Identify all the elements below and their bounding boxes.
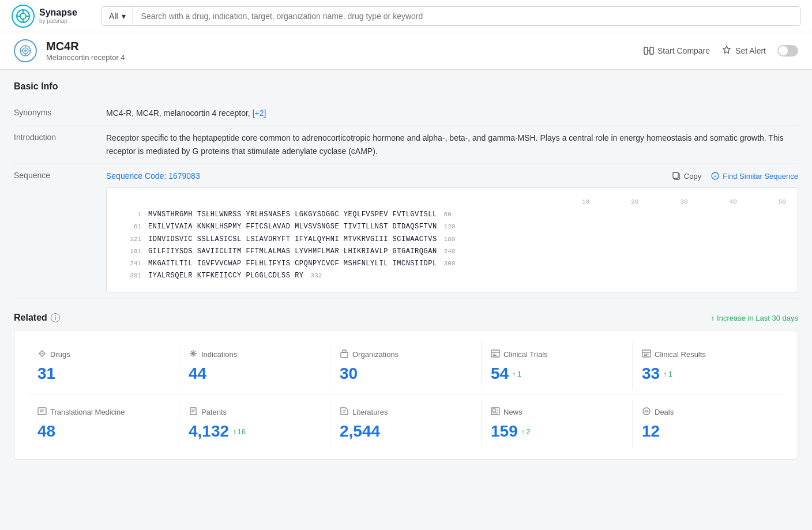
literatures-header: Literatures [340,407,472,418]
logo-subtitle: by patsnap [39,18,77,24]
logo-text: Synapse by patsnap [39,7,77,24]
logo-svg [16,9,31,24]
increase-label: ↑ Increase in Last 30 days [711,314,798,322]
related-grid-row1: Drugs 31 Indications 44 [28,342,784,390]
introduction-label: Introduction [14,131,106,142]
translational-count: 48 [37,422,170,441]
logo: Synapse by patsnap [12,5,92,28]
news-increase: ↑ 2 [521,427,531,436]
related-item-drugs[interactable]: Drugs 31 [28,342,179,390]
related-item-organizations[interactable]: Organizations 30 [330,342,482,390]
up-arrow-icon-3: ↑ [232,427,236,436]
svg-point-1 [20,13,26,19]
seq-line-4: 181 GILFIIYSDS SAVIICLITM FFTMLALMAS LYV… [118,246,786,257]
indications-header: Indications [189,349,321,360]
sequence-label: Sequence [14,170,106,180]
basic-info-title: Basic Info [14,81,798,92]
sequence-actions: Copy + Find Similar Sequence [672,171,798,181]
app-header: Synapse by patsnap All ▾ [0,0,812,32]
patents-count: 4,132 ↑ 16 [189,422,321,441]
organizations-count-value: 30 [340,364,358,383]
search-type-select[interactable]: All ▾ [102,7,133,25]
related-card: Drugs 31 Indications 44 [14,330,798,460]
translational-header: Translational Medicine [37,407,170,418]
set-alert-button[interactable]: Set Alert [721,46,766,56]
related-item-clinical-results[interactable]: Clinical Results 33 ↑ 1 [633,342,784,390]
related-title-text: Related [14,313,47,323]
seq-line-6: 301 IYALRSQELR KTFKEIICCY PLGGLCDLSS RY … [118,270,786,281]
sequence-box: 10 20 30 40 50 1 MVNSTHRGMH TSLHLWNRSS Y… [106,187,798,293]
seq-line-5: 241 MKGAITLTIL IGVFVVCWAP FFLHLIFYIS CPQ… [118,258,786,269]
start-compare-button[interactable]: Start Compare [644,46,710,56]
svg-rect-17 [673,172,678,178]
compare-icon [644,46,654,56]
seq-line-2: 61 ENILVIVAIA KNKNLHSPMY FFICSLAVAD MLVS… [118,221,786,232]
deals-count-value: 12 [642,422,660,441]
seq-line-1: 1 MVNSTHRGMH TSLHLWNRSS YRLHSNASES LGKGY… [118,209,786,220]
copy-button[interactable]: Copy [672,171,701,181]
synonyms-value: MC4-R, MC4R, melanocortin 4 receptor, [+… [106,107,798,119]
toggle-knob [779,46,788,55]
related-item-translational[interactable]: Translational Medicine 48 [28,400,179,448]
clinical-results-count: 33 ↑ 1 [642,364,775,383]
seq-ruler: 10 20 30 40 50 [118,197,786,208]
organizations-count: 30 [340,364,472,383]
related-info-icon[interactable]: i [51,313,60,322]
target-icon [19,44,32,57]
related-section: Related i ↑ Increase in Last 30 days Dru… [14,313,798,460]
related-item-literatures[interactable]: Literatures 2,544 [330,400,482,448]
related-item-patents[interactable]: Patents 4,132 ↑ 16 [179,400,330,448]
clinical-trials-label: Clinical Trials [503,350,548,359]
deals-icon [642,407,651,418]
svg-rect-27 [642,350,651,357]
related-item-deals[interactable]: Deals 12 [633,400,784,448]
news-count: 159 ↑ 2 [491,422,623,441]
patents-increase: ↑ 16 [232,427,246,436]
indications-count: 44 [189,364,321,383]
clinical-trials-count: 54 ↑ 1 [491,364,623,383]
main-content: Basic Info Synonyms MC4-R, MC4R, melanoc… [0,70,812,471]
related-item-clinical-trials[interactable]: Clinical Trials 54 ↑ 1 [482,342,633,390]
drugs-count-value: 31 [37,364,55,383]
svg-rect-31 [38,408,46,415]
svg-rect-13 [644,47,648,54]
related-item-news[interactable]: News 159 ↑ 2 [482,400,633,448]
sequence-code-link[interactable]: Sequence Code: 1679083 [106,170,200,182]
search-input[interactable] [133,7,800,25]
entity-header: MC4R Melanocortin receptor 4 Start Compa… [0,32,812,70]
synonyms-row: Synonyms MC4-R, MC4R, melanocortin 4 rec… [14,101,798,126]
news-label: News [503,408,522,416]
clinical-trials-increase: ↑ 1 [512,370,521,378]
sequence-row: Sequence Sequence Code: 1679083 Copy [14,164,798,299]
clinical-trials-icon [491,349,500,360]
svg-point-8 [24,50,27,52]
organizations-icon [340,349,349,360]
sequence-header: Sequence Code: 1679083 Copy [106,170,798,182]
svg-rect-23 [491,350,499,357]
drugs-icon [37,349,47,360]
compare-label: Start Compare [657,46,710,55]
drugs-count: 31 [37,364,170,383]
literatures-label: Literatures [352,408,388,416]
literatures-count-value: 2,544 [340,422,380,441]
synonyms-label: Synonyms [14,107,106,117]
related-item-indications[interactable]: Indications 44 [179,342,330,390]
seq-line-3: 121 IDNVIDSVIC SSLLASICSL LSIAVDRYFT IFY… [118,234,786,245]
alert-toggle[interactable] [777,45,798,57]
find-similar-label: Find Similar Sequence [723,172,798,181]
organizations-header: Organizations [340,349,472,360]
synonyms-more[interactable]: [+2] [253,108,266,118]
drugs-label: Drugs [50,350,70,359]
svg-rect-39 [493,409,495,412]
news-increase-num: 2 [526,427,530,436]
search-bar: All ▾ [102,6,800,26]
find-similar-button[interactable]: + Find Similar Sequence [710,171,798,181]
search-type-value: All [109,12,118,21]
indications-icon [189,349,198,360]
entity-name: MC4R [46,40,634,53]
deals-header: Deals [642,407,775,418]
info-table: Synonyms MC4-R, MC4R, melanocortin 4 rec… [14,101,798,299]
clinical-trials-increase-num: 1 [517,370,521,378]
patents-icon [189,407,198,418]
patents-label: Patents [201,408,227,416]
